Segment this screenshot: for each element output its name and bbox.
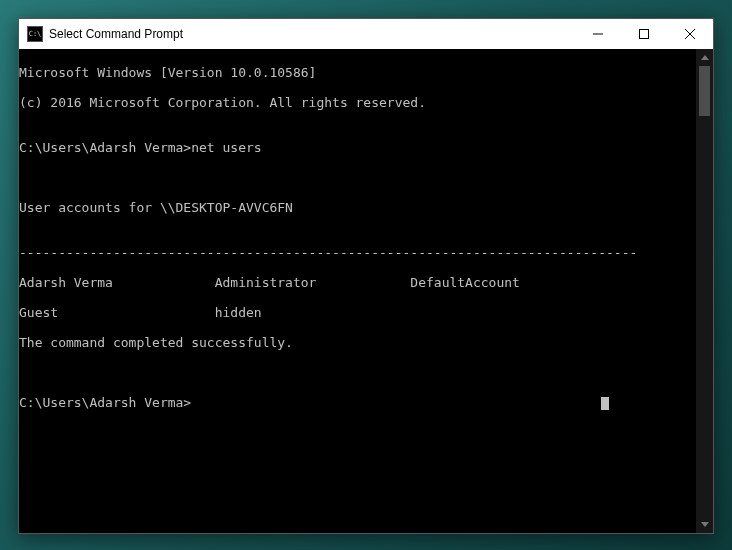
svg-rect-1 [640,30,649,39]
output-line: Microsoft Windows [Version 10.0.10586] [19,65,713,80]
terminal-content: Microsoft Windows [Version 10.0.10586] (… [19,49,713,440]
minimize-button[interactable] [575,19,621,49]
output-line: User accounts for \\DESKTOP-AVVC6FN [19,200,713,215]
output-line: The command completed successfully. [19,335,713,350]
window-title: Select Command Prompt [49,27,575,41]
output-line: (c) 2016 Microsoft Corporation. All righ… [19,95,713,110]
window-controls [575,19,713,49]
terminal-area[interactable]: Microsoft Windows [Version 10.0.10586] (… [19,49,713,533]
prompt-path: C:\Users\Adarsh Verma> [19,140,191,155]
scroll-down-button[interactable] [696,516,713,533]
close-button[interactable] [667,19,713,49]
divider-line: ----------------------------------------… [19,245,713,260]
maximize-button[interactable] [621,19,667,49]
vertical-scrollbar[interactable] [696,49,713,533]
prompt-command: net users [191,140,261,155]
svg-marker-4 [701,55,709,60]
current-prompt-line[interactable]: C:\Users\Adarsh Verma> [19,395,713,410]
users-row: Guest hidden [19,305,713,320]
users-row: Adarsh Verma Administrator DefaultAccoun… [19,275,713,290]
prompt-line: C:\Users\Adarsh Verma>net users [19,140,713,155]
scroll-thumb[interactable] [699,66,710,116]
text-cursor [601,397,609,410]
svg-marker-5 [701,522,709,527]
titlebar[interactable]: C:\ Select Command Prompt [19,19,713,49]
prompt-path: C:\Users\Adarsh Verma> [19,395,191,410]
cmd-icon: C:\ [27,26,43,42]
scroll-up-button[interactable] [696,49,713,66]
command-prompt-window: C:\ Select Command Prompt Microsoft Wind… [18,18,714,534]
